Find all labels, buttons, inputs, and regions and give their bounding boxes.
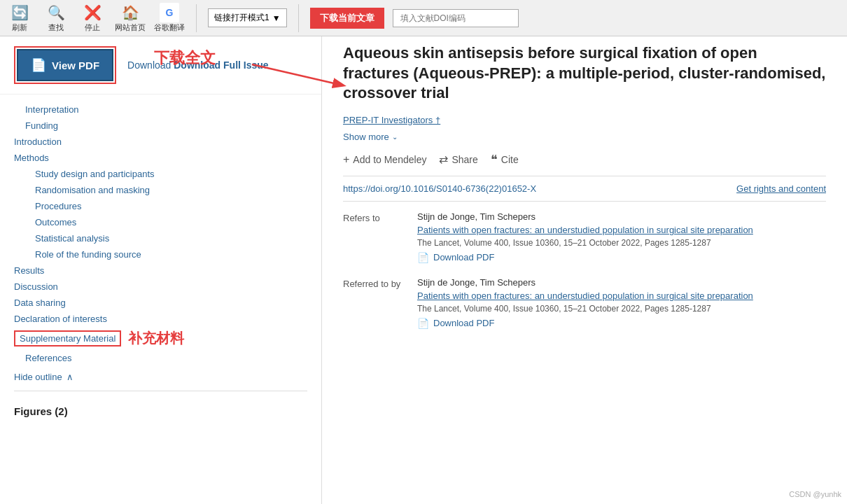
download-current-btn[interactable]: 下载当前文章 (310, 8, 384, 29)
translate-label: 谷歌翻译 (154, 22, 185, 33)
doi-input[interactable] (393, 9, 519, 27)
main-container: 下载全文 📄 View PDF Download Download Full I… (0, 36, 847, 504)
mendeley-icon: + (343, 153, 349, 166)
refresh-icon: 🔄 (10, 3, 29, 22)
chevron-down-icon: ⌄ (392, 133, 398, 141)
nav-study-design[interactable]: Study design and participants (0, 166, 321, 182)
nav-randomisation[interactable]: Randomisation and masking (0, 182, 321, 198)
show-more-label: Show more (343, 132, 389, 142)
refers-pdf-label: Download PDF (433, 252, 494, 262)
link-mode-label: 链接打开模式1 (214, 12, 270, 24)
nav-outcomes[interactable]: Outcomes (0, 214, 321, 230)
cite-button[interactable]: ❝ Cite (491, 152, 519, 167)
nav-discussion[interactable]: Discussion (0, 279, 321, 295)
stop-icon: ❌ (83, 3, 102, 22)
chinese-supplementary-label: 补充材料 (128, 329, 184, 348)
refers-to-content: Stijn de Jonge, Tim Schepers Patients wi… (417, 211, 826, 263)
referred-to-by-content: Stijn de Jonge, Tim Schepers Patients wi… (417, 277, 826, 329)
refers-to-title[interactable]: Patients with open fractures: an underst… (417, 225, 826, 235)
hide-outline-button[interactable]: Hide outline ∧ (0, 366, 321, 388)
article-actions: + Add to Mendeley ⇄ Share ❝ Cite (343, 152, 826, 167)
search-button[interactable]: 🔍 查找 (42, 3, 70, 33)
nav-methods[interactable]: Methods (0, 150, 321, 166)
download-full-issue-label: Download Full Issue (174, 59, 268, 71)
refers-to-download-pdf[interactable]: 📄 Download PDF (417, 252, 826, 263)
article-header: Aqueous skin antisepsis before surgical … (322, 36, 847, 202)
translate-button[interactable]: G 谷歌翻译 (154, 3, 185, 33)
translate-icon: G (160, 3, 179, 22)
sidebar-nav: Interpretation Funding Introduction Meth… (0, 94, 321, 424)
referred-to-by-journal: The Lancet, Volume 400, Issue 10360, 15–… (417, 304, 826, 314)
nav-procedures[interactable]: Procedures (0, 198, 321, 214)
nav-declaration[interactable]: Declaration of interests (0, 311, 321, 327)
mendeley-label: Add to Mendeley (353, 154, 426, 165)
pdf-icon-referred: 📄 (417, 318, 429, 329)
refers-to-journal: The Lancet, Volume 400, Issue 10360, 15–… (417, 238, 826, 248)
referred-pdf-label: Download PDF (433, 318, 494, 328)
home-icon: 🏠 (120, 3, 140, 22)
nav-data-sharing[interactable]: Data sharing (0, 295, 321, 311)
referred-to-by-label: Referred to by (343, 277, 406, 329)
referred-to-by-download-pdf[interactable]: 📄 Download PDF (417, 318, 826, 329)
refers-to-authors: Stijn de Jonge, Tim Schepers (417, 211, 826, 222)
toolbar: 🔄 刷新 🔍 查找 ❌ 停止 🏠 网站首页 G 谷歌翻译 链接打开模式1 ▼ 下… (0, 0, 847, 36)
nav-statistical[interactable]: Statistical analysis (0, 230, 321, 246)
nav-introduction[interactable]: Introduction (0, 134, 321, 150)
referred-to-by-title[interactable]: Patients with open fractures: an underst… (417, 290, 826, 301)
referred-to-by-block: Referred to by Stijn de Jonge, Tim Schep… (343, 277, 826, 329)
nav-interpretation[interactable]: Interpretation (0, 102, 321, 118)
refers-to-label: Refers to (343, 211, 406, 263)
supplementary-row: Supplementary Material 补充材料 (0, 327, 321, 350)
figures-section: Figures (2) (0, 394, 321, 417)
chevron-up-icon: ∧ (66, 372, 74, 382)
sidebar: 📄 View PDF Download Download Full Issue … (0, 36, 322, 504)
share-label: Share (451, 154, 477, 165)
content-area: Aqueous skin antisepsis before surgical … (322, 36, 847, 504)
action-bar: 📄 View PDF Download Download Full Issue (0, 36, 321, 94)
nav-results[interactable]: Results (0, 262, 321, 279)
share-icon: ⇄ (439, 153, 448, 166)
stop-label: 停止 (85, 22, 100, 33)
link-mode-dropdown[interactable]: 链接打开模式1 ▼ (208, 8, 287, 27)
view-pdf-outer-box: 📄 View PDF (14, 46, 116, 84)
view-pdf-button[interactable]: 📄 View PDF (17, 49, 113, 81)
show-more-row: Show more ⌄ (343, 132, 826, 142)
authors-link[interactable]: PREP-IT Investigators † (343, 115, 440, 125)
cite-icon: ❝ (491, 152, 498, 167)
share-button[interactable]: ⇄ Share (439, 153, 477, 166)
references-section: Refers to Stijn de Jonge, Tim Schepers P… (322, 211, 847, 329)
home-button[interactable]: 🏠 网站首页 (115, 3, 146, 33)
doi-link[interactable]: https://doi.org/10.1016/S0140-6736(22)01… (343, 183, 536, 194)
pdf-icon: 📄 (31, 57, 46, 73)
divider (196, 4, 197, 32)
doi-row: https://doi.org/10.1016/S0140-6736(22)01… (343, 176, 826, 202)
nav-supplementary[interactable]: Supplementary Material (14, 330, 121, 346)
nav-funding[interactable]: Funding (0, 118, 321, 134)
stop-button[interactable]: ❌ 停止 (78, 3, 106, 33)
cite-label: Cite (501, 154, 519, 165)
hide-outline-label: Hide outline (14, 372, 62, 382)
referred-to-by-authors: Stijn de Jonge, Tim Schepers (417, 277, 826, 288)
pdf-icon-refers: 📄 (417, 252, 429, 263)
mendeley-button[interactable]: + Add to Mendeley (343, 153, 426, 166)
csdn-label: CSDN @yunhk (789, 490, 841, 498)
authors-row: PREP-IT Investigators † (343, 113, 826, 126)
rights-link[interactable]: Get rights and content (736, 183, 826, 194)
search-icon: 🔍 (46, 3, 66, 22)
download-text: Download (127, 59, 174, 71)
view-pdf-label: View PDF (52, 59, 99, 71)
show-more-button[interactable]: Show more ⌄ (343, 132, 398, 142)
divider2 (298, 4, 299, 32)
dropdown-arrow-icon: ▼ (272, 13, 281, 23)
refresh-label: 刷新 (12, 22, 27, 33)
refresh-button[interactable]: 🔄 刷新 (6, 3, 34, 33)
home-label: 网站首页 (115, 22, 146, 33)
search-label: 查找 (48, 22, 64, 33)
download-full-issue-link[interactable]: Download Download Full Issue (127, 59, 269, 71)
article-title: Aqueous skin antisepsis before surgical … (343, 43, 826, 104)
refers-to-block: Refers to Stijn de Jonge, Tim Schepers P… (343, 211, 826, 263)
nav-funding-source[interactable]: Role of the funding source (0, 246, 321, 262)
nav-references[interactable]: References (0, 350, 321, 366)
figures-label: Figures (2) (14, 405, 68, 417)
